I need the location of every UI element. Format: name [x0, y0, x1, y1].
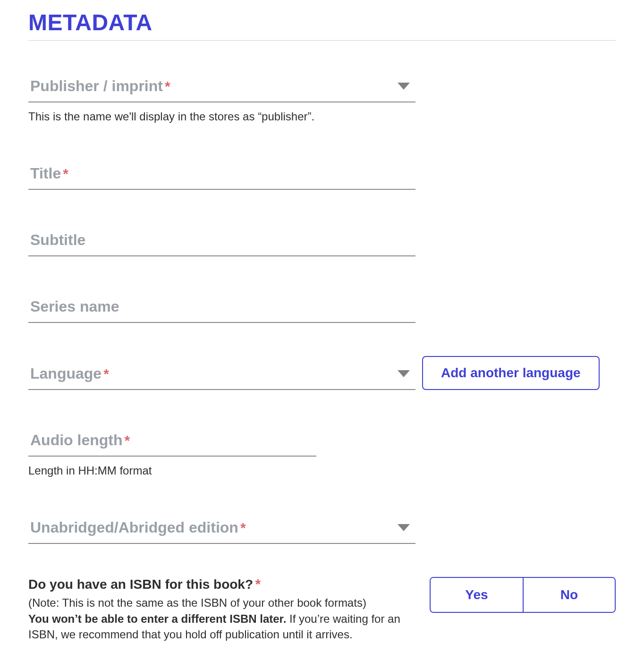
- required-icon: *: [125, 433, 130, 448]
- required-icon: *: [63, 167, 68, 181]
- isbn-no-button[interactable]: No: [523, 578, 615, 612]
- edition-label: Unabridged/Abridged edition: [30, 519, 238, 536]
- series-name-input[interactable]: Series name: [28, 289, 415, 323]
- chevron-down-icon: [398, 370, 410, 377]
- isbn-question: Do you have an ISBN for this book?: [28, 577, 253, 592]
- isbn-note-paren: (Note: This is not the same as the ISBN …: [28, 596, 366, 609]
- publisher-helper: This is the name we'll display in the st…: [28, 110, 616, 123]
- title-label: Title: [30, 165, 61, 182]
- publisher-label: Publisher / imprint: [30, 77, 163, 95]
- isbn-note-bold: You won’t be able to enter a different I…: [28, 612, 286, 625]
- section-title: METADATA: [28, 9, 616, 35]
- edition-select[interactable]: Unabridged/Abridged edition *: [28, 510, 415, 544]
- title-input[interactable]: Title *: [28, 156, 415, 190]
- required-icon: *: [240, 521, 246, 535]
- section-divider: [28, 40, 616, 41]
- audio-length-label: Audio length: [30, 432, 123, 449]
- required-icon: *: [103, 367, 109, 381]
- series-name-label: Series name: [30, 298, 119, 315]
- isbn-toggle-group: Yes No: [430, 577, 616, 613]
- add-another-language-button[interactable]: Add another language: [422, 356, 600, 390]
- subtitle-label: Subtitle: [30, 231, 85, 249]
- publisher-select[interactable]: Publisher / imprint *: [28, 69, 415, 102]
- required-icon: *: [165, 79, 170, 93]
- isbn-yes-button[interactable]: Yes: [431, 578, 523, 612]
- language-select[interactable]: Language *: [28, 356, 415, 390]
- audio-length-helper: Length in HH:MM format: [28, 464, 616, 477]
- chevron-down-icon: [398, 524, 410, 531]
- subtitle-input[interactable]: Subtitle: [28, 223, 415, 256]
- audio-length-input[interactable]: Audio length *: [28, 423, 316, 457]
- chevron-down-icon: [398, 83, 410, 90]
- language-label: Language: [30, 365, 102, 382]
- required-icon: *: [255, 576, 261, 592]
